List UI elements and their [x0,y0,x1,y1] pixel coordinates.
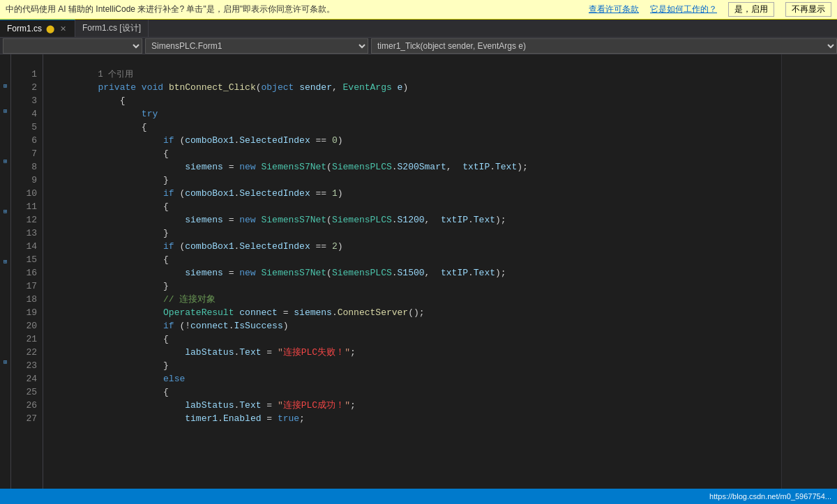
gutter-item [1,67,10,79]
gutter-item: ⊞ [1,255,10,268]
gutter-item [1,130,10,142]
tab-label: Form1.cs [设计] [82,22,141,34]
line-num: 14 [11,240,37,253]
gutter-item [1,318,10,330]
info-bar: 中的代码使用 AI 辅助的 IntelliCode 来进行补全? 单击"是，启用… [0,0,837,20]
gutter-item [1,368,10,381]
gutter-item [1,142,10,155]
gutter-item [1,243,10,255]
method-dropdown[interactable]: timer1_Tick(object sender, EventArgs e) [371,38,837,54]
gutter-item: ⊞ [1,105,10,117]
line-num: 23 [11,359,37,372]
code-line: 1 个引用 [54,54,781,68]
gutter-item [1,117,10,130]
gutter-item: ⊞ [1,79,10,92]
gutter-item [1,180,10,192]
gutter-item [1,230,10,243]
line-num: 25 [11,385,37,399]
ref-count: 1 个引用 [98,70,133,79]
gutter-item: ⊞ [1,205,10,217]
gutter-item: ⊞ [1,356,10,368]
scope-dropdown[interactable] [3,38,142,54]
line-num: 12 [11,213,37,227]
line-num: 17 [11,280,37,293]
line-num: 6 [11,134,37,147]
gutter-item [1,393,10,406]
tab-close-button[interactable]: ✕ [59,24,68,34]
line-num: 3 [11,94,37,107]
gutter-item [1,406,10,418]
line-num: 11 [11,200,37,213]
gutter-item [1,381,10,393]
left-gutter: ⊞ ⊞ ⊞ ⊞ ⊞ ⊞ [0,54,11,504]
tab-label: Form1.cs [7,24,42,33]
line-num: 10 [11,187,37,200]
gutter-item [1,192,10,205]
line-num: 9 [11,174,37,187]
code-editor[interactable]: 1 2 3 4 5 6 7 8 9 10 11 12 13 14 15 16 1… [11,54,781,504]
line-num: 26 [11,399,37,412]
line-num: 21 [11,333,37,346]
tab-form1-designer[interactable]: Form1.cs [设计] [75,20,149,37]
line-numbers: 1 2 3 4 5 6 7 8 9 10 11 12 13 14 15 16 1… [11,54,43,504]
line-num: 7 [11,147,37,160]
line-num: 18 [11,293,37,306]
line-num: 19 [11,306,37,319]
enable-button[interactable]: 是，启用 [728,2,774,17]
line-num: 27 [11,412,37,425]
gutter-item: ⊞ [1,155,10,167]
dismiss-button[interactable]: 不再显示 [785,2,831,17]
line-num: 4 [11,107,37,121]
line-num: 2 [11,81,37,94]
gutter-item [1,343,10,356]
line-num: 20 [11,319,37,333]
line-num: 8 [11,160,37,174]
status-url: https://blog.csdn.net/m0_5967754... [709,492,831,501]
dropdown-bar: SimensPLC.Form1 timer1_Tick(object sende… [0,38,837,54]
gutter-item [1,217,10,230]
tab-modified-indicator: ⬤ [46,24,54,33]
line-num: 15 [11,253,37,266]
code-line: try [54,94,781,107]
line-num: 5 [11,121,37,134]
minimap [781,54,837,504]
code-line: private void btnConnect_Click(object sen… [54,68,781,81]
gutter-item [1,330,10,343]
line-num: 22 [11,346,37,359]
view-license-link[interactable]: 查看许可条款 [589,3,639,15]
code-content[interactable]: 1 个引用 private void btnConnect_Click(obje… [43,54,781,504]
editor-area: ⊞ ⊞ ⊞ ⊞ ⊞ ⊞ 1 2 3 4 5 [0,54,837,504]
gutter-item [1,167,10,180]
line-num: 13 [11,227,37,240]
gutter-item [1,268,10,280]
tabs-bar: Form1.cs ⬤ ✕ Form1.cs [设计] [0,20,837,38]
status-bar: https://blog.csdn.net/m0_5967754... [0,489,837,504]
class-dropdown[interactable]: SimensPLC.Form1 [145,38,368,54]
how-it-works-link[interactable]: 它是如何工作的？ [650,3,717,15]
line-num [11,54,37,68]
gutter-item [1,54,10,67]
code-line: if (comboBox1.SelectedIndex == 0) [54,121,781,134]
tab-form1-cs[interactable]: Form1.cs ⬤ ✕ [0,20,75,37]
line-num: 1 [11,68,37,81]
gutter-item [1,305,10,318]
gutter-item [1,293,10,305]
line-num: 24 [11,372,37,385]
gutter-item [1,92,10,105]
info-bar-text: 中的代码使用 AI 辅助的 IntelliCode 来进行补全? 单击"是，启用… [6,3,578,15]
line-num: 16 [11,266,37,280]
code-line: { [54,107,781,121]
gutter-item [1,280,10,293]
